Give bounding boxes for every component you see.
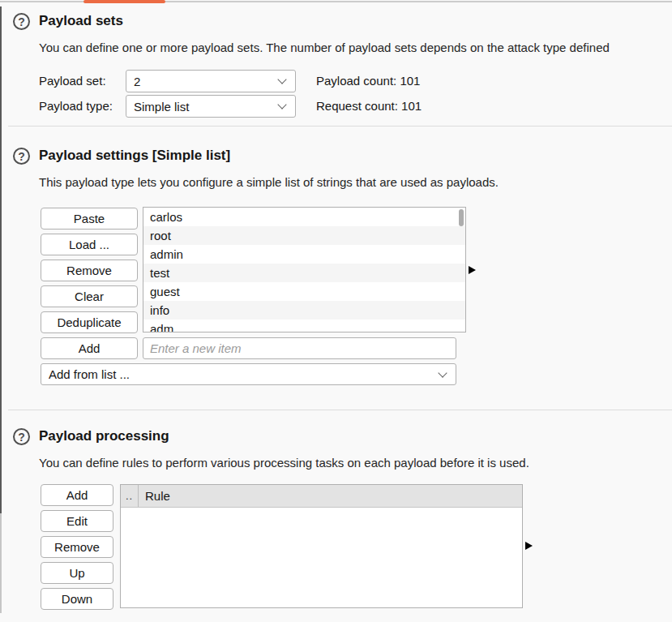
remove-button[interactable]: Remove: [41, 260, 138, 281]
payload-processing-description: You can define rules to perform various …: [39, 456, 529, 470]
payload-set-dropdown[interactable]: 2: [126, 70, 296, 92]
table-header-row: .. Rule: [121, 485, 522, 508]
chevron-down-icon: [438, 368, 447, 377]
rule-add-button[interactable]: Add: [41, 484, 113, 506]
payload-type-selected-value: Simple list: [134, 100, 189, 114]
add-item-button[interactable]: Add: [41, 337, 138, 359]
payload-set-label: Payload set:: [39, 74, 106, 88]
clear-button[interactable]: Clear: [41, 285, 138, 307]
list-item[interactable]: root: [143, 226, 465, 245]
payload-sets-title: Payload sets: [39, 13, 123, 29]
payload-sets-description: You can define one or more payload sets.…: [39, 41, 610, 54]
request-count-value: 101: [401, 99, 422, 113]
payload-items-list[interactable]: carlos root admin test guest info adm: [143, 207, 466, 332]
processing-rules-table[interactable]: .. Rule: [120, 484, 523, 608]
payload-processing-title: Payload processing: [39, 428, 169, 444]
expand-arrow-icon[interactable]: [469, 266, 476, 274]
list-item[interactable]: admin: [143, 245, 465, 264]
help-icon[interactable]: ?: [13, 148, 30, 165]
rule-edit-button[interactable]: Edit: [41, 510, 113, 532]
list-item[interactable]: adm: [143, 320, 465, 332]
list-item[interactable]: info: [143, 301, 465, 320]
section-divider: [8, 410, 672, 410]
payload-count: Payload count: 101: [316, 74, 420, 88]
chevron-down-icon: [277, 100, 286, 109]
payload-count-label: Payload count:: [316, 74, 396, 88]
request-count-label: Request count:: [316, 99, 398, 113]
rule-down-button[interactable]: Down: [41, 588, 113, 610]
request-count: Request count: 101: [316, 99, 422, 113]
list-item[interactable]: test: [143, 264, 465, 282]
rule-up-button[interactable]: Up: [41, 562, 113, 584]
grip-column-header: ..: [121, 485, 139, 507]
payload-settings-title: Payload settings [Simple list]: [39, 148, 230, 164]
add-from-list-dropdown[interactable]: Add from list ...: [41, 363, 456, 385]
payload-set-selected-value: 2: [134, 75, 140, 88]
payload-type-dropdown[interactable]: Simple list: [126, 95, 296, 118]
new-item-input[interactable]: [143, 337, 456, 359]
payload-settings-description: This payload type lets you configure a s…: [39, 175, 499, 189]
paste-button[interactable]: Paste: [41, 208, 138, 229]
load-button[interactable]: Load ...: [41, 234, 138, 255]
help-icon[interactable]: ?: [13, 13, 30, 30]
rule-column-header: Rule: [139, 489, 170, 503]
rule-remove-button[interactable]: Remove: [41, 536, 113, 558]
deduplicate-button[interactable]: Deduplicate: [41, 311, 138, 333]
expand-arrow-icon[interactable]: [525, 542, 533, 550]
list-scrollbar-thumb[interactable]: [459, 209, 464, 226]
list-item[interactable]: carlos: [143, 208, 465, 226]
list-item[interactable]: guest: [143, 282, 465, 301]
payload-count-value: 101: [400, 74, 420, 88]
active-tab-indicator: [83, 0, 165, 3]
help-icon[interactable]: ?: [13, 428, 30, 445]
payload-type-label: Payload type:: [39, 99, 113, 113]
section-divider: [8, 126, 672, 127]
payloads-panel: ? Payload sets You can define one or mor…: [0, 0, 672, 622]
add-from-list-label: Add from list ...: [49, 367, 130, 381]
chevron-down-icon: [277, 75, 286, 84]
left-scrollbar-thumb[interactable]: [0, 6, 2, 513]
